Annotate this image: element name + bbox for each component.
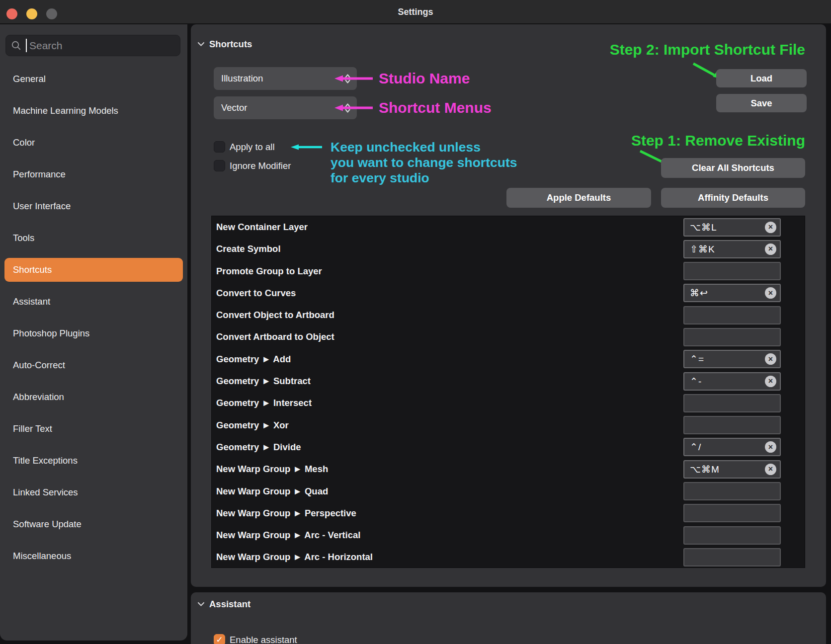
text-cursor <box>26 39 27 52</box>
shortcut-action-label: Convert Object to Artboard <box>216 304 334 326</box>
settings-window: Settings Search GeneralMachine Learning … <box>0 0 831 644</box>
clear-shortcut-icon[interactable]: × <box>765 353 776 365</box>
assistant-section-header[interactable]: Assistant <box>197 599 250 610</box>
sidebar-item-machine-learning-models[interactable]: Machine Learning Models <box>0 95 187 127</box>
search-input[interactable]: Search <box>5 35 180 56</box>
window-title: Settings <box>0 0 831 24</box>
shortcut-key-field[interactable]: ⇧⌘K× <box>683 240 781 258</box>
shortcut-row: New Warp Group ► Quad <box>212 481 805 502</box>
shortcut-keys: ⌘↩ <box>690 287 708 299</box>
clear-shortcut-icon[interactable]: × <box>765 287 776 299</box>
shortcut-row: Geometry ► Add⌃=× <box>212 348 805 370</box>
shortcut-key-field[interactable]: ⌃/× <box>683 438 781 456</box>
shortcut-key-field[interactable]: ⌃-× <box>683 372 781 391</box>
chevron-down-icon <box>197 602 205 607</box>
shortcut-row: New Warp Group ► Mesh⌥⌘M× <box>212 458 805 480</box>
menu-select-value: Vector <box>221 102 247 113</box>
sidebar-item-title-exceptions[interactable]: Title Exceptions <box>0 445 187 477</box>
apply-to-all-label: Apply to all <box>230 141 275 153</box>
annotation-arrow-shortcut-menus <box>334 103 374 114</box>
sidebar-item-general[interactable]: General <box>0 63 187 95</box>
sidebar-item-photoshop-plugins[interactable]: Photoshop Plugins <box>0 318 187 349</box>
sidebar-item-color[interactable]: Color <box>0 127 187 159</box>
shortcut-keys: ⌥⌘L <box>690 222 717 233</box>
shortcut-key-field[interactable]: ⌃=× <box>683 350 781 368</box>
shortcut-action-label: Geometry ► Add <box>216 348 291 370</box>
shortcut-key-field[interactable]: ⌥⌘M× <box>683 460 781 479</box>
shortcut-action-label: Geometry ► Subtract <box>216 370 311 392</box>
shortcut-key-field[interactable] <box>683 262 781 280</box>
shortcut-action-label: Convert to Curves <box>216 282 296 304</box>
assistant-panel: Assistant ✓ Enable assistant <box>191 592 826 644</box>
shortcut-key-field[interactable]: ⌥⌘L× <box>683 218 781 237</box>
ignore-modifier-label: Ignore Modifier <box>230 160 291 171</box>
sidebar-item-auto-correct[interactable]: Auto-Correct <box>0 349 187 381</box>
shortcut-key-field[interactable]: ⌘↩× <box>683 284 781 302</box>
sidebar-item-filler-text[interactable]: Filler Text <box>0 413 187 445</box>
shortcut-action-label: New Warp Group ► Mesh <box>216 458 328 480</box>
shortcut-action-label: Promote Group to Layer <box>216 260 322 282</box>
shortcut-row: Geometry ► Intersect <box>212 392 805 414</box>
shortcut-row: Promote Group to Layer <box>212 260 805 282</box>
sidebar-item-user-interface[interactable]: User Interface <box>0 190 187 222</box>
sidebar-item-linked-services[interactable]: Linked Services <box>0 477 187 508</box>
enable-assistant-checkbox[interactable]: ✓ <box>214 634 225 644</box>
shortcut-row: Create Symbol⇧⌘K× <box>212 238 805 260</box>
sidebar-item-shortcuts[interactable]: Shortcuts <box>4 258 183 282</box>
shortcut-keys: ⇧⌘K <box>690 243 715 255</box>
shortcut-row: New Warp Group ► Perspective <box>212 502 805 524</box>
shortcut-row: Convert to Curves⌘↩× <box>212 282 805 304</box>
annotation-step1: Step 1: Remove Existing <box>631 132 805 149</box>
clear-all-shortcuts-button[interactable]: Clear All Shortcuts <box>661 158 805 178</box>
clear-shortcut-icon[interactable]: × <box>765 441 776 453</box>
shortcut-key-field[interactable] <box>683 328 781 346</box>
annotation-step2: Step 2: Import Shortcut File <box>610 41 805 58</box>
shortcut-key-field[interactable] <box>683 482 781 500</box>
shortcut-keys: ⌃/ <box>690 441 701 453</box>
apply-to-all-checkbox[interactable] <box>214 141 225 153</box>
shortcut-keys: ⌥⌘M <box>690 464 720 475</box>
shortcut-action-label: Geometry ► Divide <box>216 436 301 458</box>
sidebar-item-tools[interactable]: Tools <box>0 222 187 254</box>
sidebar-item-performance[interactable]: Performance <box>0 159 187 190</box>
shortcut-row: Geometry ► Xor <box>212 414 805 436</box>
clear-shortcut-icon[interactable]: × <box>765 222 776 233</box>
annotation-arrow-keep-unchecked <box>290 144 323 153</box>
shortcut-key-field[interactable] <box>683 504 781 522</box>
clear-shortcut-icon[interactable]: × <box>765 376 776 387</box>
shortcut-key-field[interactable] <box>683 394 781 412</box>
title-bar: Settings <box>0 0 831 24</box>
affinity-defaults-button[interactable]: Affinity Defaults <box>661 188 805 208</box>
annotation-arrow-studio-name <box>334 74 374 85</box>
shortcut-key-field[interactable] <box>683 526 781 545</box>
shortcuts-section-header[interactable]: Shortcuts <box>197 39 252 50</box>
studio-select-value: Illustration <box>221 73 263 84</box>
apple-defaults-button[interactable]: Apple Defaults <box>506 188 651 208</box>
sidebar-item-software-update[interactable]: Software Update <box>0 508 187 540</box>
shortcut-key-field[interactable] <box>683 306 781 324</box>
shortcut-row: New Container Layer⌥⌘L× <box>212 216 805 238</box>
shortcut-key-field[interactable] <box>683 416 781 434</box>
annotation-keep-unchecked: Keep unchecked unless you want to change… <box>331 140 517 186</box>
search-icon <box>11 40 21 51</box>
shortcut-action-label: Geometry ► Intersect <box>216 392 312 414</box>
shortcut-keys: ⌃- <box>690 376 702 387</box>
shortcut-row: Geometry ► Divide⌃/× <box>212 436 805 458</box>
annotation-studio-name: Studio Name <box>379 70 470 87</box>
shortcut-action-label: New Container Layer <box>216 216 308 238</box>
sidebar: Search GeneralMachine Learning ModelsCol… <box>0 24 187 641</box>
shortcut-keys: ⌃= <box>690 353 704 365</box>
sidebar-item-miscellaneous[interactable]: Miscellaneous <box>0 540 187 572</box>
load-button[interactable]: Load <box>716 69 807 87</box>
sidebar-item-abbreviation[interactable]: Abbreviation <box>0 381 187 413</box>
clear-shortcut-icon[interactable]: × <box>765 243 776 255</box>
shortcut-action-label: New Warp Group ► Perspective <box>216 502 356 524</box>
sidebar-item-assistant[interactable]: Assistant <box>0 286 187 318</box>
save-button[interactable]: Save <box>716 94 807 112</box>
chevron-down-icon <box>197 42 205 47</box>
shortcut-key-field[interactable] <box>683 548 781 566</box>
shortcut-table: New Container Layer⌥⌘L×Create Symbol⇧⌘K×… <box>211 216 805 568</box>
shortcut-action-label: New Warp Group ► Arc - Vertical <box>216 524 360 546</box>
clear-shortcut-icon[interactable]: × <box>765 464 776 475</box>
ignore-modifier-checkbox[interactable] <box>214 160 225 171</box>
